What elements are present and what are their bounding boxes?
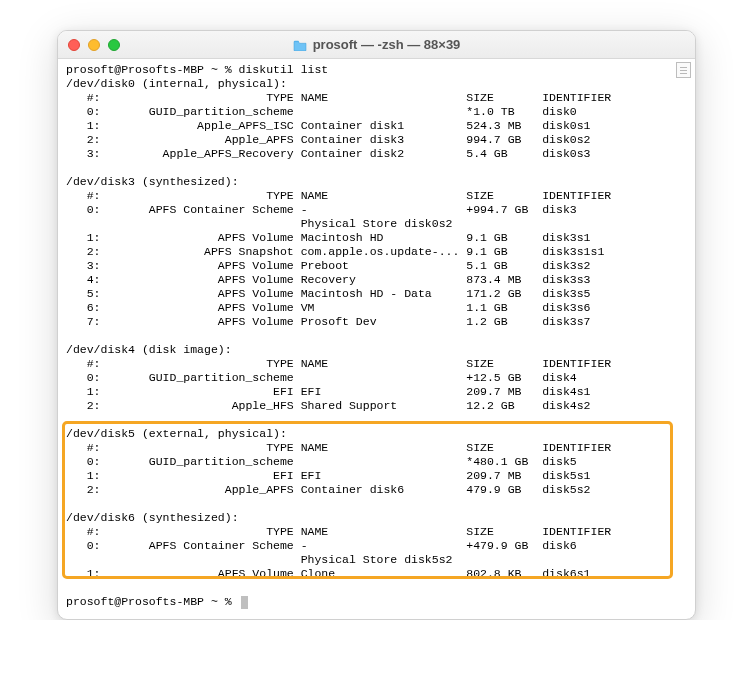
terminal-output[interactable]: prosoft@Prosofts-MBP ~ % diskutil list /… <box>58 59 695 619</box>
window-title-text: prosoft — -zsh — 88×39 <box>313 37 461 52</box>
window-title: prosoft — -zsh — 88×39 <box>58 37 695 52</box>
prompt-text: prosoft@Prosofts-MBP ~ % <box>66 595 239 609</box>
minimize-icon[interactable] <box>88 39 100 51</box>
scrollbar-indicator[interactable] <box>676 62 691 78</box>
cursor-icon <box>241 596 248 609</box>
folder-icon <box>293 39 307 51</box>
titlebar: prosoft — -zsh — 88×39 <box>58 31 695 59</box>
zoom-icon[interactable] <box>108 39 120 51</box>
terminal-content-area: prosoft@Prosofts-MBP ~ % diskutil list /… <box>58 59 695 619</box>
prompt-line[interactable]: prosoft@Prosofts-MBP ~ % <box>66 595 687 609</box>
traffic-lights <box>68 39 120 51</box>
terminal-window: prosoft — -zsh — 88×39 prosoft@Prosofts-… <box>57 30 696 620</box>
close-icon[interactable] <box>68 39 80 51</box>
